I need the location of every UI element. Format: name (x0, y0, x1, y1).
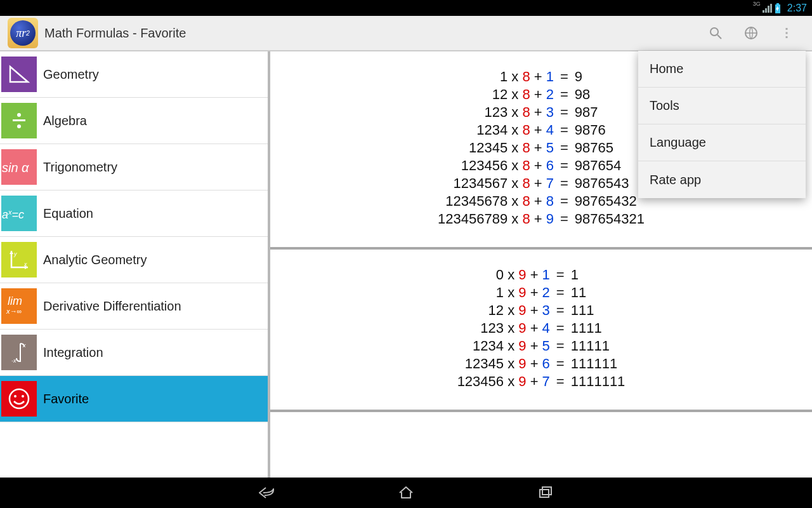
menu-item-tools[interactable]: Tools (638, 88, 806, 124)
sidebar-item-algebra[interactable]: Algebra (0, 98, 268, 144)
status-bar: 3G 2:37 (0, 0, 812, 16)
category-icon (1, 57, 37, 92)
equation-row: 1234 x 9 + 5 = 11111 (455, 337, 628, 355)
formula-block: 0 x 9 + 1 = 1 1 x 9 + 2 = 11 12 x 9 + 3 … (270, 250, 812, 412)
category-icon: sin α (1, 149, 37, 185)
sidebar-item-trigonometry[interactable]: sin α Trigonometry (0, 144, 268, 190)
overflow-menu: HomeToolsLanguageRate app (638, 51, 806, 198)
svg-rect-21 (542, 487, 551, 495)
svg-point-18 (14, 395, 16, 398)
svg-point-19 (22, 395, 24, 398)
equation-row: 12345 x 8 + 5 = 98765 (435, 139, 647, 157)
menu-item-rate-app[interactable]: Rate app (638, 161, 806, 198)
svg-text:-x: -x (11, 358, 16, 364)
menu-item-language[interactable]: Language (638, 124, 806, 161)
category-icon: yx (1, 242, 37, 277)
svg-text:y: y (13, 251, 17, 257)
category-icon: limx→∞ (1, 288, 37, 324)
home-icon (398, 485, 414, 500)
svg-text:lim: lim (8, 295, 22, 307)
equation-row: 12345 x 9 + 6 = 111111 (455, 355, 628, 373)
equation-row: 123 x 9 + 4 = 1111 (455, 319, 628, 337)
sidebar-item-partial[interactable] (0, 422, 268, 434)
svg-text:sin α: sin α (2, 161, 29, 175)
equation-row: 12 x 8 + 2 = 98 (435, 86, 647, 104)
sidebar-item-derivative-differentiation[interactable]: limx→∞ Derivative Differentiation (0, 283, 268, 330)
status-clock: 2:37 (787, 3, 807, 14)
equation-row: 12345678 x 8 + 8 = 98765432 (435, 192, 647, 210)
sidebar-item-favorite[interactable]: Favorite (0, 376, 268, 422)
sidebar: Geometry Algebra sin α Trigonometry ax=c… (0, 51, 270, 478)
sidebar-item-geometry[interactable]: Geometry (0, 51, 268, 98)
back-icon (257, 485, 276, 500)
category-icon (1, 103, 37, 138)
svg-rect-3 (786, 28, 788, 30)
equation-row: 123456 x 8 + 6 = 987654 (435, 157, 647, 175)
sidebar-item-label: Geometry (43, 67, 99, 82)
category-icon (1, 381, 37, 417)
sidebar-item-label: Integration (43, 345, 103, 360)
nav-back-button[interactable] (254, 480, 279, 505)
svg-text:x→∞: x→∞ (6, 307, 22, 315)
network-label: 3G (753, 1, 761, 7)
equation-row: 1234 x 8 + 4 = 9876 (435, 121, 647, 139)
svg-rect-7 (13, 119, 25, 121)
svg-text:ax=c: ax=c (2, 208, 24, 221)
svg-line-1 (717, 35, 721, 39)
overflow-button[interactable] (769, 15, 804, 51)
svg-point-8 (17, 124, 21, 128)
svg-rect-4 (786, 32, 788, 34)
equation-row: 123 x 8 + 3 = 987 (435, 104, 647, 121)
sidebar-item-label: Analytic Geometry (43, 253, 147, 267)
globe-button[interactable] (733, 15, 769, 51)
equation-row: 1 x 8 + 1 = 9 (435, 68, 647, 86)
equation-row: 123456789 x 8 + 9 = 987654321 (435, 210, 647, 228)
app-icon[interactable]: πr2 (8, 18, 38, 48)
equation-row: 0 x 9 + 1 = 1 (455, 266, 628, 284)
sidebar-item-label: Trigonometry (43, 160, 117, 175)
equation-row: 123456 x 9 + 7 = 1111111 (455, 373, 628, 391)
nav-recent-button[interactable] (533, 480, 558, 505)
globe-icon (743, 25, 759, 41)
svg-point-6 (17, 113, 21, 117)
sidebar-item-label: Favorite (43, 392, 89, 406)
equation-row: 12 x 9 + 3 = 111 (455, 302, 628, 319)
svg-rect-20 (540, 490, 549, 497)
nav-bar (0, 478, 812, 508)
svg-point-0 (710, 28, 718, 36)
action-bar: πr2 Math Formulas - Favorite (0, 16, 812, 51)
equation-row: 1234567 x 8 + 7 = 9876543 (435, 175, 647, 192)
recent-icon (537, 485, 554, 500)
sidebar-item-integration[interactable]: x-x Integration (0, 330, 268, 376)
svg-text:x: x (22, 342, 26, 349)
svg-point-17 (10, 389, 29, 408)
search-button[interactable] (698, 15, 733, 51)
category-icon: x-x (1, 335, 37, 370)
signal-icon (762, 3, 772, 13)
page-title: Math Formulas - Favorite (44, 26, 186, 41)
battery-icon (775, 3, 781, 13)
nav-home-button[interactable] (393, 480, 419, 505)
svg-rect-5 (786, 36, 788, 38)
equation-row: 1 x 9 + 2 = 11 (455, 284, 628, 302)
sidebar-item-analytic-geometry[interactable]: yx Analytic Geometry (0, 237, 268, 283)
menu-item-home[interactable]: Home (638, 51, 806, 88)
svg-text:x: x (23, 261, 27, 267)
sidebar-item-label: Algebra (43, 114, 87, 128)
more-vert-icon (779, 25, 794, 41)
sidebar-item-equation[interactable]: ax=c Equation (0, 190, 268, 237)
category-icon: ax=c (1, 196, 37, 231)
sidebar-item-label: Derivative Differentiation (43, 299, 181, 314)
sidebar-item-label: Equation (43, 206, 93, 221)
search-icon (708, 25, 723, 41)
